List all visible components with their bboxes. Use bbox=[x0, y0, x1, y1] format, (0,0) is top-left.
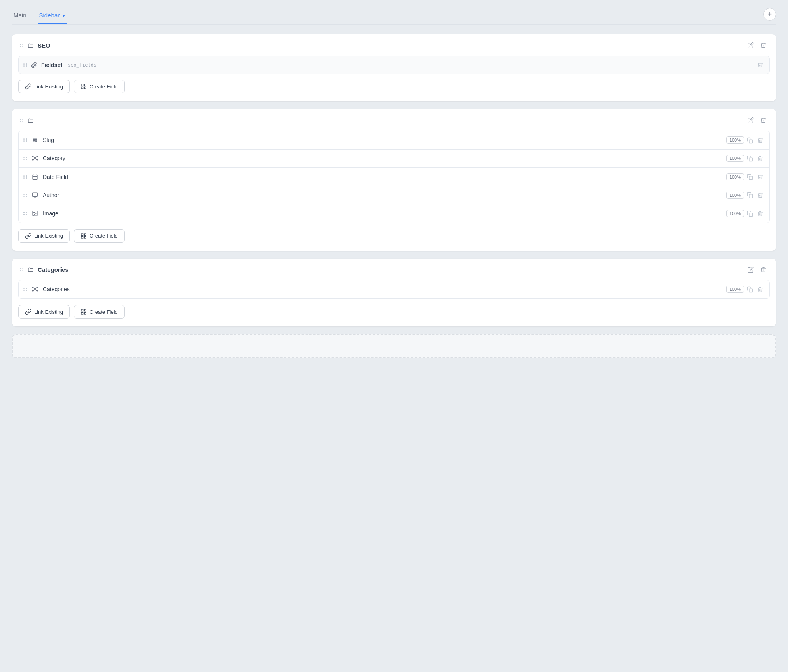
folder-icon-categories bbox=[27, 266, 34, 274]
add-tab-button[interactable]: + bbox=[763, 8, 776, 21]
edit-seo-button[interactable] bbox=[746, 40, 755, 50]
svg-line-38 bbox=[33, 288, 35, 289]
delete-categories-button[interactable] bbox=[759, 265, 768, 275]
author-icon bbox=[31, 192, 39, 198]
copy-date-button[interactable] bbox=[746, 172, 754, 181]
copy-category-button[interactable] bbox=[746, 154, 754, 163]
field-name-category: Category bbox=[43, 155, 723, 161]
svg-point-35 bbox=[37, 287, 38, 288]
delete-slug-button[interactable] bbox=[756, 135, 765, 144]
section-seo-title: SEO bbox=[38, 42, 742, 49]
field-drag-date[interactable] bbox=[23, 175, 27, 179]
field-drag-slug[interactable] bbox=[23, 138, 27, 142]
copy-slug-button[interactable] bbox=[746, 135, 754, 144]
table-row: Image 100% bbox=[19, 204, 769, 222]
field-width-badge-image: 100% bbox=[726, 210, 744, 217]
svg-rect-45 bbox=[84, 312, 86, 314]
field-drag-image[interactable] bbox=[23, 212, 27, 215]
section-categories-header: Categories bbox=[18, 265, 770, 275]
field-width-badge-categories: 100% bbox=[726, 286, 744, 293]
delete-date-button[interactable] bbox=[756, 172, 765, 181]
svg-rect-25 bbox=[749, 194, 753, 198]
create-field-seo-button[interactable]: Create Field bbox=[74, 80, 125, 93]
delete-author-button[interactable] bbox=[756, 190, 765, 200]
link-existing-categories-button[interactable]: Link Existing bbox=[18, 305, 70, 319]
svg-rect-1 bbox=[84, 84, 86, 86]
table-row: Slug 100% bbox=[19, 131, 769, 149]
svg-rect-31 bbox=[84, 236, 86, 238]
svg-rect-43 bbox=[81, 309, 83, 311]
slug-icon bbox=[31, 137, 39, 143]
copy-image-button[interactable] bbox=[746, 209, 754, 218]
table-row: Categories 100% bbox=[19, 280, 769, 298]
svg-point-10 bbox=[32, 159, 33, 161]
section-seo: SEO Fieldset seo_fields bbox=[12, 34, 776, 101]
svg-rect-46 bbox=[81, 312, 83, 314]
section-seo-actions bbox=[746, 40, 768, 50]
svg-rect-17 bbox=[33, 175, 37, 179]
fieldset-code: seo_fields bbox=[68, 62, 96, 68]
edit-unnamed-button[interactable] bbox=[746, 115, 755, 125]
section-unnamed: Slug 100% Categ bbox=[12, 109, 776, 250]
svg-rect-44 bbox=[84, 309, 86, 311]
field-width-badge-date: 100% bbox=[726, 173, 744, 180]
svg-rect-30 bbox=[84, 234, 86, 236]
drag-handle-fieldset[interactable] bbox=[23, 63, 27, 67]
delete-categories-field-button[interactable] bbox=[756, 285, 765, 294]
field-width-badge-category: 100% bbox=[726, 155, 744, 162]
categories-field-icon bbox=[31, 286, 39, 292]
drag-handle-seo[interactable] bbox=[20, 44, 23, 47]
drag-handle-categories[interactable] bbox=[20, 268, 23, 271]
delete-image-button[interactable] bbox=[756, 209, 765, 218]
field-drag-categories-field[interactable] bbox=[23, 288, 27, 291]
svg-line-13 bbox=[35, 157, 37, 158]
fields-container-unnamed: Slug 100% Categ bbox=[18, 131, 770, 223]
svg-rect-16 bbox=[749, 158, 753, 161]
delete-category-button[interactable] bbox=[756, 154, 765, 163]
link-existing-unnamed-button[interactable]: Link Existing bbox=[18, 229, 70, 243]
svg-point-11 bbox=[37, 159, 38, 161]
tabs-bar: Main Sidebar ▾ + bbox=[12, 8, 776, 25]
svg-rect-0 bbox=[81, 84, 83, 86]
folder-icon-unnamed bbox=[27, 116, 34, 124]
create-field-categories-button[interactable]: Create Field bbox=[74, 305, 125, 319]
tab-sidebar[interactable]: Sidebar ▾ bbox=[38, 9, 67, 24]
field-name-author: Author bbox=[43, 192, 723, 198]
svg-rect-22 bbox=[32, 193, 37, 196]
fieldset-label: Fieldset bbox=[41, 62, 62, 68]
drag-handle-unnamed[interactable] bbox=[20, 119, 23, 122]
svg-point-37 bbox=[37, 290, 38, 292]
table-row: Author 100% bbox=[19, 186, 769, 204]
field-drag-category[interactable] bbox=[23, 157, 27, 160]
svg-point-27 bbox=[34, 212, 35, 213]
field-width-badge-slug: 100% bbox=[726, 136, 744, 144]
copy-categories-field-button[interactable] bbox=[746, 285, 754, 294]
svg-rect-29 bbox=[81, 234, 83, 236]
field-actions-category: 100% bbox=[726, 154, 765, 163]
field-drag-author[interactable] bbox=[23, 194, 27, 197]
copy-author-button[interactable] bbox=[746, 190, 754, 200]
svg-line-14 bbox=[33, 159, 35, 160]
category-icon bbox=[31, 155, 39, 161]
field-width-badge-author: 100% bbox=[726, 192, 744, 199]
svg-line-12 bbox=[33, 157, 35, 158]
svg-line-41 bbox=[35, 290, 37, 291]
delete-fieldset-button[interactable] bbox=[756, 60, 765, 69]
field-actions-slug: 100% bbox=[726, 135, 765, 144]
svg-point-36 bbox=[32, 290, 33, 292]
svg-rect-21 bbox=[749, 176, 753, 180]
field-name-image: Image bbox=[43, 210, 723, 217]
tab-main[interactable]: Main bbox=[12, 9, 28, 24]
delete-seo-button[interactable] bbox=[759, 40, 768, 50]
delete-unnamed-button[interactable] bbox=[759, 115, 768, 125]
link-existing-seo-button[interactable]: Link Existing bbox=[18, 80, 70, 93]
field-actions-image: 100% bbox=[726, 209, 765, 218]
field-actions-author: 100% bbox=[726, 190, 765, 200]
field-name-date: Date Field bbox=[43, 174, 723, 180]
field-actions-categories-field: 100% bbox=[726, 285, 765, 294]
folder-icon-seo bbox=[27, 41, 34, 49]
clip-icon bbox=[31, 61, 37, 69]
create-field-unnamed-button[interactable]: Create Field bbox=[74, 229, 125, 243]
edit-categories-button[interactable] bbox=[746, 265, 755, 275]
fieldset-seo: Fieldset seo_fields bbox=[18, 56, 770, 74]
